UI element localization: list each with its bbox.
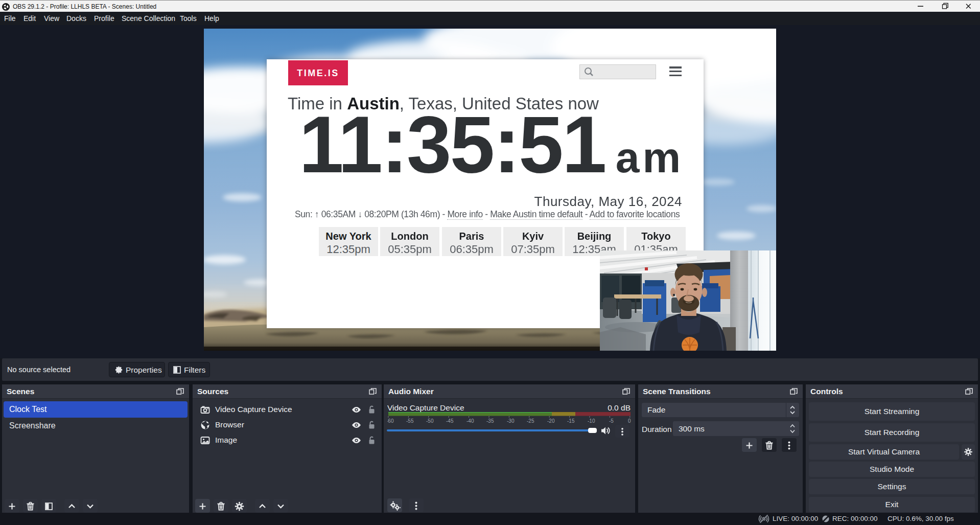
svg-text:-60: -60 bbox=[387, 418, 394, 424]
svg-text:-45: -45 bbox=[446, 418, 454, 424]
svg-text:-15: -15 bbox=[567, 418, 575, 424]
svg-text:-30: -30 bbox=[507, 418, 515, 424]
svg-text:-5: -5 bbox=[609, 418, 614, 424]
svg-text:-40: -40 bbox=[466, 418, 474, 424]
svg-text:-10: -10 bbox=[588, 418, 595, 424]
svg-text:-25: -25 bbox=[527, 418, 534, 424]
svg-text:-50: -50 bbox=[426, 418, 434, 424]
svg-text:-20: -20 bbox=[547, 418, 555, 424]
svg-text:-55: -55 bbox=[406, 418, 414, 424]
svg-text:0: 0 bbox=[628, 418, 631, 424]
svg-text:-35: -35 bbox=[486, 418, 494, 424]
